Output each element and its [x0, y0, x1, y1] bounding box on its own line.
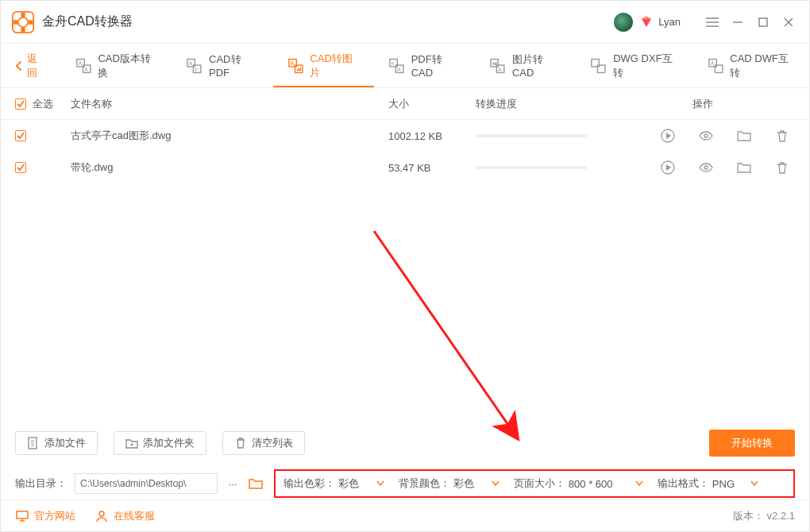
chevron-left-icon — [15, 60, 22, 71]
col-actions-header: 操作 — [611, 97, 795, 111]
page-size-label: 页面大小： — [514, 476, 565, 491]
tab-cad-version[interactable]: AA CAD版本转换 — [61, 44, 172, 87]
tab-label: 图片转CAD — [512, 52, 562, 79]
tab-icon: A — [287, 57, 304, 75]
tab-label: CAD DWF互转 — [730, 52, 795, 80]
start-label: 开始转换 — [731, 436, 773, 450]
svg-point-50 — [99, 511, 104, 516]
file-plus-icon — [27, 437, 40, 449]
clear-list-label: 清空列表 — [252, 436, 293, 450]
folder-plus-icon — [125, 437, 138, 449]
svg-point-37 — [704, 134, 708, 137]
tab-icon: PA — [388, 57, 405, 75]
svg-rect-4 — [14, 20, 17, 24]
col-name-header: 文件名称 — [55, 97, 388, 111]
add-file-button[interactable]: 添加文件 — [15, 431, 98, 455]
folder-icon[interactable] — [736, 160, 752, 175]
tab-cad-to-image[interactable]: A CAD转图片 — [273, 44, 374, 87]
output-color-value: 彩色 — [338, 476, 373, 491]
output-format-select[interactable]: 输出格式： PNG — [658, 476, 758, 491]
caret-down-icon — [635, 480, 643, 487]
svg-text:P: P — [392, 61, 395, 66]
eye-icon[interactable] — [698, 160, 714, 175]
tab-label: DWG DXF互转 — [613, 52, 678, 80]
back-button[interactable]: 返回 — [1, 44, 61, 87]
page-size-select[interactable]: 页面大小： 800 * 600 — [514, 476, 643, 491]
support-link[interactable]: 在线客服 — [94, 509, 155, 523]
tab-cad-dwf[interactable]: A CAD DWF互转 — [693, 44, 809, 87]
vip-diamond-icon[interactable] — [639, 15, 654, 29]
tab-icon — [590, 57, 607, 75]
svg-rect-3 — [21, 28, 25, 32]
output-dir-label: 输出目录： — [15, 476, 67, 491]
add-folder-label: 添加文件夹 — [143, 436, 195, 450]
caret-down-icon — [376, 480, 384, 487]
tab-image-to-cad[interactable]: A 图片转CAD — [475, 44, 576, 87]
tab-cad-to-pdf[interactable]: AP CAD转PDF — [172, 44, 272, 87]
caret-down-icon — [492, 480, 499, 487]
svg-text:A: A — [79, 60, 83, 66]
background-color-select[interactable]: 背景颜色： 彩色 — [399, 476, 499, 491]
tab-icon: A — [708, 57, 724, 75]
table-header: 全选 文件名称 大小 转换进度 操作 — [1, 88, 809, 120]
tab-dwg-dxf[interactable]: DWG DXF互转 — [576, 44, 692, 87]
row-checkbox[interactable] — [15, 162, 26, 173]
tab-icon: A — [489, 57, 506, 75]
trash-icon — [234, 437, 247, 449]
svg-text:A: A — [290, 60, 294, 66]
close-button[interactable] — [779, 13, 798, 32]
output-format-value: PNG — [712, 478, 747, 490]
svg-rect-2 — [21, 12, 25, 16]
row-checkbox[interactable] — [15, 130, 26, 141]
output-dir-field[interactable]: C:\Users\admin\Desktop\ — [75, 473, 218, 494]
trash-icon[interactable] — [774, 128, 790, 144]
username[interactable]: Lyan — [658, 16, 681, 28]
start-convert-button[interactable]: 开始转换 — [709, 430, 795, 457]
browse-button[interactable]: ··· — [229, 478, 237, 490]
maximize-button[interactable] — [754, 13, 773, 32]
file-name: 古式亭子cad图形.dwg — [55, 129, 388, 143]
tab-pdf-to-cad[interactable]: PA PDF转CAD — [374, 44, 475, 87]
official-site-link[interactable]: 官方网站 — [15, 509, 75, 523]
page-size-value: 800 * 600 — [569, 478, 632, 490]
svg-rect-47 — [17, 511, 28, 519]
bg-color-value: 彩色 — [453, 476, 488, 491]
play-icon[interactable] — [660, 128, 676, 144]
col-progress-header: 转换进度 — [476, 97, 611, 111]
progress-bar — [476, 134, 587, 137]
svg-text:A: A — [189, 60, 193, 66]
select-all-checkbox[interactable] — [15, 98, 26, 110]
support-label: 在线客服 — [114, 509, 155, 523]
tab-icon: AP — [186, 57, 202, 75]
file-size: 53.47 KB — [388, 162, 476, 174]
trash-icon[interactable] — [774, 160, 790, 175]
play-icon[interactable] — [660, 160, 676, 175]
eye-icon[interactable] — [698, 128, 714, 144]
table-row: 古式亭子cad图形.dwg 1002.12 KB — [1, 120, 809, 152]
app-title: 金舟CAD转换器 — [42, 13, 614, 30]
open-folder-button[interactable] — [245, 473, 266, 494]
output-color-select[interactable]: 输出色彩： 彩色 — [284, 476, 384, 491]
folder-icon[interactable] — [736, 128, 752, 144]
add-file-label: 添加文件 — [44, 436, 86, 450]
tabbar: 返回 AA CAD版本转换 AP CAD转PDF A CAD转图片 PA PDF… — [1, 44, 809, 88]
add-folder-button[interactable]: 添加文件夹 — [114, 431, 206, 455]
menu-button[interactable] — [703, 13, 722, 32]
progress-bar — [476, 166, 587, 169]
official-site-label: 官方网站 — [34, 509, 75, 523]
bg-color-label: 背景颜色： — [399, 476, 450, 491]
minimize-button[interactable] — [728, 13, 747, 32]
avatar[interactable] — [614, 13, 633, 32]
back-label: 返回 — [27, 52, 46, 80]
svg-text:A: A — [397, 66, 401, 71]
file-name: 带轮.dwg — [55, 160, 388, 175]
file-size: 1002.12 KB — [388, 130, 476, 142]
clear-list-button[interactable]: 清空列表 — [222, 431, 305, 455]
tab-label: CAD版本转换 — [98, 52, 157, 80]
svg-rect-10 — [759, 18, 767, 26]
output-settings-highlight: 输出色彩： 彩色 背景颜色： 彩色 页面大小： 800 * 600 输出格式： … — [274, 469, 795, 498]
annotation-arrow — [366, 223, 557, 461]
tab-label: PDF转CAD — [411, 52, 461, 79]
svg-text:A: A — [710, 60, 714, 66]
caret-down-icon — [750, 480, 758, 487]
